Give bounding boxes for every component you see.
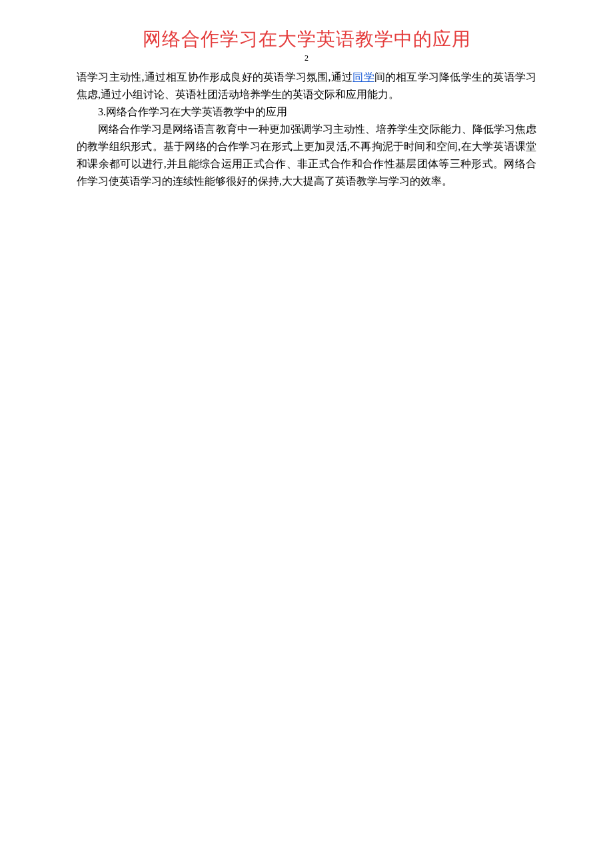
section-heading: 3.网络合作学习在大学英语教学中的应用 [77,103,536,121]
document-page: 网络合作学习在大学英语教学中的应用 2 语学习主动性,通过相互协作形成良好的英语… [0,27,613,190]
paragraph-2: 网络合作学习是网络语言教育中一种更加强调学习主动性、培养学生交际能力、降低学习焦… [77,121,536,190]
page-number: 2 [77,53,536,63]
link-classmate[interactable]: 同学 [352,71,374,83]
paragraph-1: 语学习主动性,通过相互协作形成良好的英语学习氛围,通过同学间的相互学习降低学生的… [77,69,536,103]
paragraph-1-text-before: 语学习主动性,通过相互协作形成良好的英语学习氛围,通过 [77,71,352,83]
page-title: 网络合作学习在大学英语教学中的应用 [77,27,536,52]
